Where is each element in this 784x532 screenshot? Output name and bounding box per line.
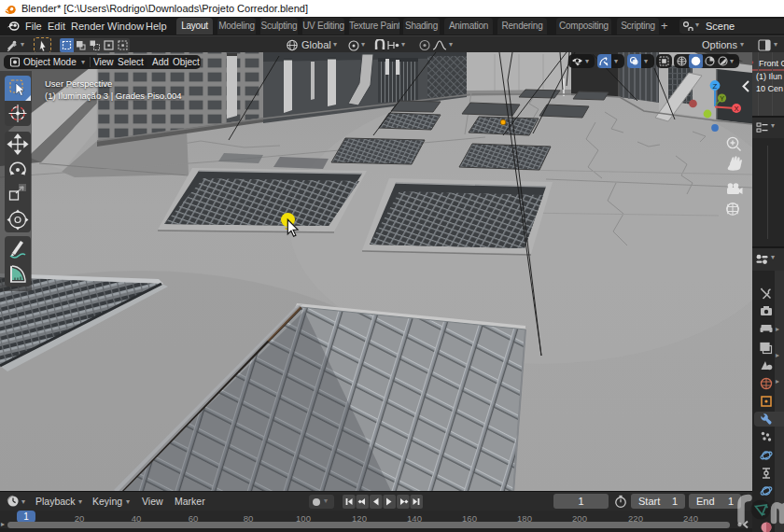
svg-text:X: X bbox=[734, 105, 738, 113]
svg-text:Z: Z bbox=[713, 82, 718, 91]
svg-text:Y: Y bbox=[720, 95, 724, 102]
